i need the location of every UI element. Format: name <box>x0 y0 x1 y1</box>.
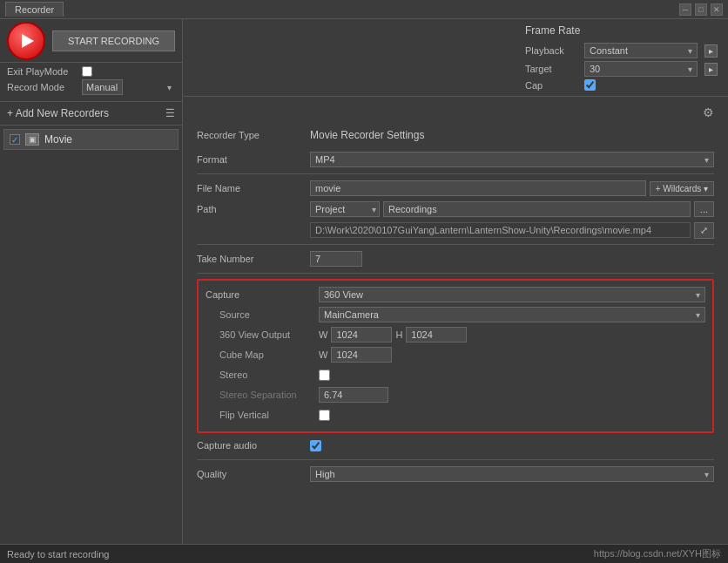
start-recording-button[interactable]: START RECORDING <box>52 31 175 51</box>
target-adjust-button[interactable]: ▸ <box>704 63 718 76</box>
source-dropdown-wrap: MainCamera <box>319 307 705 322</box>
recorder-type-label: Recorder Type <box>197 130 310 140</box>
left-options: Exit PlayMode Record Mode Manual <box>0 63 182 102</box>
settings-header: ⚙ <box>197 105 714 119</box>
cap-checkbox[interactable] <box>584 79 596 91</box>
browse-button[interactable]: ... <box>694 201 714 217</box>
add-recorders-label[interactable]: + Add New Recorders <box>7 107 109 119</box>
left-panel: START RECORDING Exit PlayMode Record Mod… <box>0 19 183 544</box>
status-text: Ready to start recording <box>7 549 109 560</box>
playback-adjust-button[interactable]: ▸ <box>704 44 718 58</box>
menu-icon[interactable]: ☰ <box>165 107 175 119</box>
frame-rate-group: Frame Rate Playback Constant ▸ Target 30 <box>525 24 718 91</box>
path-type-dropdown[interactable]: Project <box>310 201 380 217</box>
source-dropdown[interactable]: MainCamera <box>319 307 705 322</box>
h-label: H <box>395 329 402 340</box>
capture-dropdown-wrap: 360 View <box>319 287 705 302</box>
stereo-checkbox[interactable] <box>319 370 330 381</box>
quality-row: Quality High <box>197 465 714 483</box>
cube-map-w-input[interactable] <box>331 347 392 363</box>
recorder-list: ✓ ▣ Movie <box>0 125 182 544</box>
minimize-button[interactable]: ─ <box>679 3 691 16</box>
play-icon <box>22 34 34 48</box>
film-icon: ▣ <box>25 133 39 146</box>
format-dropdown[interactable]: MP4 <box>310 152 714 167</box>
record-mode-dropdown-wrap: Manual <box>82 79 175 95</box>
record-button[interactable] <box>7 22 45 60</box>
path-full-controls: D:\Work\2020\0107GuiYangLantern\LanternS… <box>310 222 714 239</box>
filename-controls: + Wildcards ▾ <box>310 180 714 196</box>
take-number-input[interactable] <box>310 251 362 267</box>
source-label: Source <box>206 309 319 320</box>
stereo-sep-label: Stereo Separation <box>206 390 319 400</box>
main-layout: START RECORDING Exit PlayMode Record Mod… <box>0 19 728 544</box>
filename-row: File Name + Wildcards ▾ <box>197 180 714 197</box>
path-folder-input[interactable] <box>383 201 691 217</box>
record-mode-dropdown[interactable]: Manual <box>82 79 123 95</box>
view-output-label: 360 View Output <box>206 329 319 340</box>
stereo-sep-row: Stereo Separation <box>206 386 705 404</box>
cap-label: Cap <box>525 80 577 91</box>
capture-audio-checkbox[interactable] <box>310 440 321 451</box>
source-row: Source MainCamera <box>206 306 705 323</box>
record-mode-label: Record Mode <box>7 82 77 92</box>
exit-playmode-checkbox[interactable] <box>82 66 92 77</box>
add-recorders-bar: + Add New Recorders ☰ <box>0 102 182 125</box>
view-output-wh: W H <box>319 327 467 343</box>
exit-playmode-row: Exit PlayMode <box>7 66 175 77</box>
target-dropdown[interactable]: 30 <box>584 61 698 77</box>
playback-row: Playback Constant ▸ <box>525 43 718 58</box>
capture-audio-label: Capture audio <box>197 440 310 451</box>
flip-vertical-row: Flip Vertical <box>206 406 705 424</box>
divider-2 <box>197 244 714 245</box>
frame-rate-section: Frame Rate Playback Constant ▸ Target 30 <box>183 19 728 97</box>
path-full-text: D:\Work\2020\0107GuiYangLantern\LanternS… <box>310 222 691 238</box>
stereo-sep-input[interactable] <box>319 387 388 403</box>
wildcards-button[interactable]: + Wildcards ▾ <box>650 181 714 196</box>
capture-audio-row: Capture audio <box>197 437 714 454</box>
title-tab[interactable]: Recorder <box>5 2 64 17</box>
close-button[interactable]: ✕ <box>711 3 723 16</box>
recorder-type-value: Movie Recorder Settings <box>310 129 424 141</box>
w-label: W <box>319 329 327 340</box>
path-row: Path Project ... <box>197 200 714 218</box>
cube-map-row: Cube Map W <box>206 346 705 363</box>
take-number-row: Take Number <box>197 250 714 268</box>
playback-dropdown-wrap: Constant <box>584 43 698 58</box>
quality-dropdown[interactable]: High <box>310 466 714 482</box>
capture-section: Capture 360 View Source MainCamera <box>197 279 714 433</box>
recorder-checkbox[interactable]: ✓ <box>10 134 20 145</box>
watermark: https://blog.csdn.net/XYH图标 <box>594 547 721 560</box>
cube-map-label: Cube Map <box>206 349 319 360</box>
recorder-item-movie[interactable]: ✓ ▣ Movie <box>3 129 179 150</box>
divider-3 <box>197 273 714 274</box>
right-panel: Frame Rate Playback Constant ▸ Target 30 <box>183 19 728 544</box>
flip-vertical-checkbox[interactable] <box>319 410 330 421</box>
stereo-row: Stereo <box>206 366 705 383</box>
divider-4 <box>197 459 714 460</box>
playback-dropdown[interactable]: Constant <box>584 43 698 58</box>
exit-playmode-label: Exit PlayMode <box>7 66 77 77</box>
recorder-type-row: Recorder Type Movie Recorder Settings <box>197 126 714 144</box>
status-bar: Ready to start recording https://blog.cs… <box>0 544 728 563</box>
cube-map-wh: W <box>319 347 392 363</box>
capture-row: Capture 360 View <box>206 286 705 303</box>
format-label: Format <box>197 154 310 165</box>
view-output-h-input[interactable] <box>406 327 467 343</box>
cap-row: Cap <box>525 79 718 91</box>
frame-rate-title: Frame Rate <box>525 24 718 37</box>
quality-label: Quality <box>197 469 310 479</box>
filename-input[interactable] <box>310 180 646 196</box>
settings-gear-icon[interactable]: ⚙ <box>703 105 714 119</box>
quality-dropdown-wrap: High <box>310 466 714 482</box>
target-row: Target 30 ▸ <box>525 61 718 77</box>
title-bar: Recorder ─ □ ✕ <box>0 0 728 19</box>
open-path-button[interactable]: ⤢ <box>694 222 714 239</box>
divider-1 <box>197 173 714 174</box>
view-output-row: 360 View Output W H <box>206 326 705 343</box>
format-dropdown-wrap: MP4 <box>310 152 714 167</box>
maximize-button[interactable]: □ <box>695 3 707 16</box>
take-number-label: Take Number <box>197 254 310 264</box>
view-output-w-input[interactable] <box>331 327 392 343</box>
capture-dropdown[interactable]: 360 View <box>319 287 705 302</box>
